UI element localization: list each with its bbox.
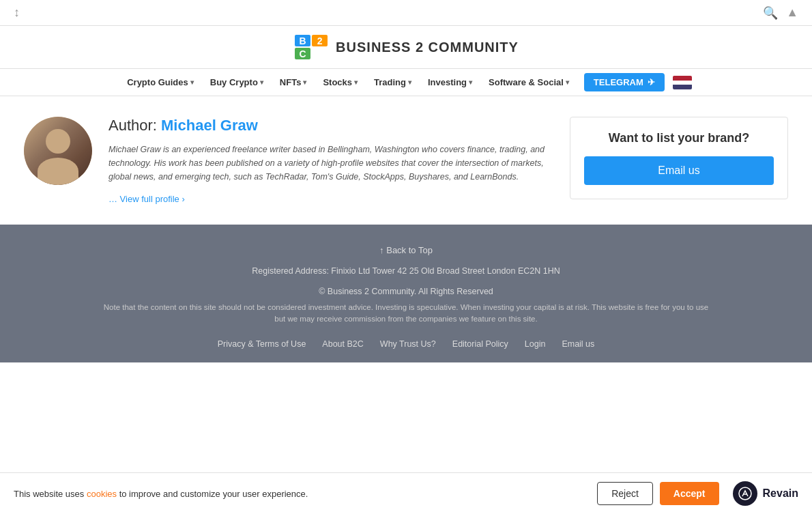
logo-text: BUSINESS 2 COMMUNITY: [336, 40, 519, 55]
main-content: Author: Michael Graw Michael Graw is an …: [10, 96, 802, 225]
nav-crypto-guides[interactable]: Crypto Guides ▾: [120, 69, 201, 96]
footer-link-privacy[interactable]: Privacy & Terms of Use: [218, 339, 306, 349]
chevron-icon: ▾: [408, 78, 411, 86]
author-info: Author: Michael Graw Michael Graw is an …: [108, 117, 549, 204]
search-icon[interactable]: 🔍: [763, 5, 778, 20]
top-bar: ↕ 🔍 ▲: [0, 0, 812, 26]
view-profile-link[interactable]: … View full profile ›: [108, 194, 185, 204]
chevron-icon: ▾: [566, 78, 569, 86]
nav-software-social[interactable]: Software & Social ▾: [482, 69, 576, 96]
logo-c: C: [295, 48, 310, 59]
logo-2: 2: [312, 35, 328, 46]
footer-copyright: © Business 2 Community. All Rights Reser…: [14, 287, 798, 296]
chevron-up-icon[interactable]: ▲: [786, 5, 798, 20]
chevron-icon: ▾: [303, 78, 306, 86]
footer: ↑ Back to Top Registered Address: Finixi…: [0, 225, 812, 362]
author-name: Michael Graw: [161, 117, 258, 134]
sidebar-heading: Want to list your brand?: [584, 131, 774, 145]
footer-link-about[interactable]: About B2C: [322, 339, 363, 349]
footer-disclaimer: Note that the content on this site shoul…: [99, 302, 713, 326]
telegram-icon: ✈: [648, 77, 655, 87]
nav-nfts[interactable]: NFTs ▾: [273, 69, 314, 96]
nav-investing[interactable]: Investing ▾: [421, 69, 479, 96]
sidebar-brand-box: Want to list your brand? Email us: [570, 117, 788, 199]
chevron-icon: ▾: [190, 78, 194, 86]
footer-link-why-trust[interactable]: Why Trust Us?: [380, 339, 436, 349]
footer-links: Privacy & Terms of Use About B2C Why Tru…: [14, 339, 798, 349]
footer-link-editorial[interactable]: Editorial Policy: [452, 339, 508, 349]
nav-bar: Crypto Guides ▾ Buy Crypto ▾ NFTs ▾ Stoc…: [0, 69, 812, 96]
logo-icon: B 2 C: [293, 34, 329, 60]
author-section: Author: Michael Graw Michael Graw is an …: [24, 117, 549, 204]
footer-link-email[interactable]: Email us: [562, 339, 594, 349]
logo-b: B: [295, 35, 310, 46]
chevron-icon: ▾: [260, 78, 263, 86]
logo-bar: B 2 C BUSINESS 2 COMMUNITY: [0, 26, 812, 69]
back-to-top-link[interactable]: ↑ Back to Top: [14, 245, 798, 255]
author-bio: Michael Graw is an experienced freelance…: [108, 143, 549, 184]
scroll-icon: ↕: [14, 5, 20, 20]
chevron-icon: ▾: [469, 78, 472, 86]
email-us-button[interactable]: Email us: [584, 156, 774, 185]
chevron-icon: ▾: [354, 78, 358, 86]
nav-trading[interactable]: Trading ▾: [367, 69, 418, 96]
language-flag[interactable]: [673, 76, 692, 89]
footer-address: Registered Address: Finixio Ltd Tower 42…: [14, 266, 798, 276]
footer-link-login[interactable]: Login: [525, 339, 546, 349]
logo[interactable]: B 2 C BUSINESS 2 COMMUNITY: [293, 34, 519, 60]
author-title: Author: Michael Graw: [108, 117, 549, 134]
telegram-button[interactable]: TELEGRAM ✈: [584, 73, 665, 91]
nav-stocks[interactable]: Stocks ▾: [316, 69, 364, 96]
nav-buy-crypto[interactable]: Buy Crypto ▾: [203, 69, 270, 96]
avatar: [24, 117, 92, 185]
